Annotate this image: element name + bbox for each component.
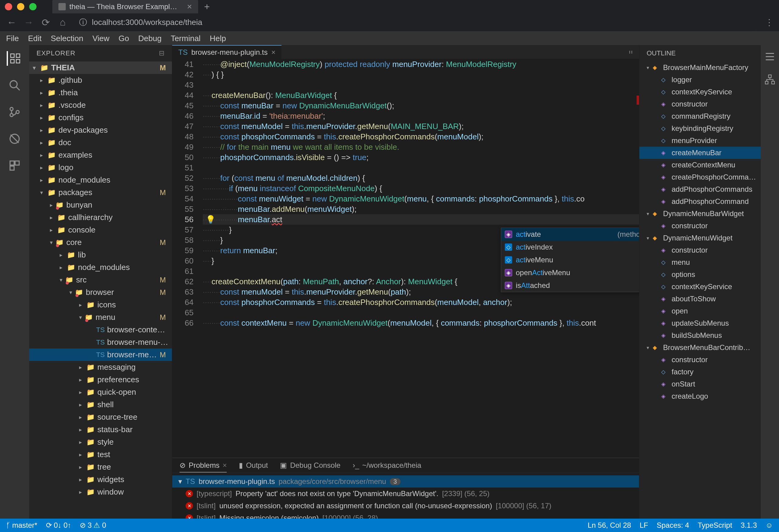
tree-item[interactable]: ▸📁quick-open	[29, 386, 172, 398]
close-tab-button[interactable]: ×	[187, 2, 192, 11]
outline-item[interactable]: ◈buildSubMenus	[639, 329, 761, 342]
outline-item[interactable]: ◈open	[639, 305, 761, 317]
tree-item[interactable]: ▸📁lib	[29, 249, 172, 261]
intellisense-widget[interactable]: ◈activate(method) Widget.activate(): voi…	[501, 228, 639, 292]
suggest-item[interactable]: ◈openActiveMenu	[501, 266, 639, 279]
scm-activity-icon[interactable]	[7, 105, 22, 119]
back-button[interactable]: ←	[6, 17, 17, 28]
tree-item[interactable]: ▸📁examples	[29, 149, 172, 161]
menu-file[interactable]: File	[6, 34, 19, 43]
tree-item[interactable]: ▸📁messaging	[29, 361, 172, 373]
search-activity-icon[interactable]	[7, 78, 22, 93]
forward-button[interactable]: →	[23, 17, 34, 28]
menu-go[interactable]: Go	[119, 34, 129, 43]
tree-item[interactable]: ▸📁.github	[29, 74, 172, 86]
suggest-item[interactable]: ◇activeMenu	[501, 253, 639, 266]
tree-item[interactable]: ▸📁logo	[29, 161, 172, 174]
address-bar[interactable]: ⓘ localhost:3000/workspace/theia	[74, 15, 759, 30]
hierarchy-icon[interactable]	[764, 74, 775, 86]
problem-file-header[interactable]: ▾ TS browser-menu-plugin.ts packages/cor…	[172, 475, 639, 487]
tree-item[interactable]: ▾📁coreM	[29, 236, 172, 249]
panel-tab[interactable]: ▮Output	[239, 461, 268, 470]
suggest-item[interactable]: ◈isAttached	[501, 279, 639, 292]
tree-item[interactable]: ▸📁status-bar	[29, 423, 172, 436]
lightbulb-icon[interactable]: 💡	[206, 214, 216, 225]
site-info-icon[interactable]: ⓘ	[79, 17, 87, 28]
close-editor-button[interactable]: ×	[271, 48, 276, 57]
menu-selection[interactable]: Selection	[51, 34, 83, 43]
outline-item[interactable]: ◈createMenuBar	[639, 147, 761, 159]
tree-item[interactable]: TSbrowser-menu-plugin.tsM	[29, 349, 172, 361]
tree-item[interactable]: ▸📁window	[29, 486, 172, 498]
outline-item[interactable]: ◈addPhosphorCommands	[639, 183, 761, 195]
outline-item[interactable]: ▾◆BrowserMainMenuFactory	[639, 61, 761, 74]
version-status[interactable]: 3.1.3	[741, 521, 757, 530]
tree-item[interactable]: ▾📁packagesM	[29, 186, 172, 199]
browser-menu-button[interactable]: ⋮	[765, 17, 773, 27]
outline-item[interactable]: ◈constructor	[639, 220, 761, 232]
tree-item[interactable]: ▾📁srcM	[29, 274, 172, 286]
language-status[interactable]: TypeScript	[698, 521, 732, 530]
outline-item[interactable]: ◈onStart	[639, 378, 761, 390]
outline-item[interactable]: ◈aboutToShow	[639, 293, 761, 305]
git-sync-status[interactable]: ⟳ 0↓ 0↑	[46, 521, 71, 530]
cursor-position-status[interactable]: Ln 56, Col 28	[588, 521, 631, 530]
tree-item[interactable]: ▸📁dev-packages	[29, 124, 172, 136]
tree-item[interactable]: ▸📁configs	[29, 111, 172, 124]
outline-item[interactable]: ◇logger	[639, 74, 761, 86]
errors-status[interactable]: ⊘ 3 ⚠ 0	[80, 521, 106, 530]
outline-item[interactable]: ◈constructor	[639, 244, 761, 256]
tree-item[interactable]: ▸📁bunyan	[29, 199, 172, 211]
outline-item[interactable]: ◇options	[639, 269, 761, 281]
tree-item[interactable]: ▸📁source-tree	[29, 411, 172, 423]
outline-item[interactable]: ▾◆DynamicMenuBarWidget	[639, 208, 761, 220]
suggest-item[interactable]: ◇activeIndex	[501, 241, 639, 253]
tree-item[interactable]: ▾📁browserM	[29, 286, 172, 299]
outline-item[interactable]: ◈createLogo	[639, 390, 761, 402]
outline-item[interactable]: ◇factory	[639, 366, 761, 378]
menu-debug[interactable]: Debug	[138, 34, 162, 43]
suggest-item[interactable]: ◈activate(method) Widget.activate(): voi…	[501, 228, 639, 241]
outline-toggle-icon[interactable]	[764, 51, 775, 63]
maximize-window-button[interactable]	[29, 3, 37, 10]
menu-edit[interactable]: Edit	[28, 34, 42, 43]
outline-item[interactable]: ◈constructor	[639, 98, 761, 110]
tree-item[interactable]: ▸📁style	[29, 436, 172, 448]
outline-item[interactable]: ◈createPhosphorComma…	[639, 171, 761, 183]
tree-item[interactable]: ▸📁.theia	[29, 86, 172, 99]
panel-tab[interactable]: ▣Debug Console	[280, 461, 340, 470]
close-window-button[interactable]	[5, 3, 12, 10]
feedback-icon[interactable]: ☺	[765, 521, 773, 530]
menu-terminal[interactable]: Terminal	[171, 34, 200, 43]
reload-button[interactable]: ⟳	[40, 17, 51, 28]
outline-item[interactable]: ◈createContextMenu	[639, 159, 761, 171]
panel-tab[interactable]: ›_~/workspace/theia	[353, 461, 421, 470]
tree-item[interactable]: ▸📁console	[29, 224, 172, 236]
outline-item[interactable]: ◈updateSubMenus	[639, 317, 761, 329]
outline-item[interactable]: ▾◆DynamicMenuWidget	[639, 232, 761, 244]
minimize-window-button[interactable]	[17, 3, 24, 10]
tree-item[interactable]: TSbrowser-context-menu-r…	[29, 323, 172, 336]
outline-item[interactable]: ◈addPhosphorCommand	[639, 195, 761, 208]
code-editor[interactable]: 4142434445464748495051525354555657585960…	[172, 59, 639, 458]
outline-item[interactable]: ◇menu	[639, 256, 761, 269]
tree-item[interactable]: ▸📁tree	[29, 461, 172, 473]
outline-item[interactable]: ◇contextKeyService	[639, 281, 761, 293]
problem-item[interactable]: ✕[tslint] Missing semicolon (semicolon) …	[178, 512, 633, 519]
minimap-error-marker[interactable]	[637, 96, 639, 105]
outline-item[interactable]: ◇commandRegistry	[639, 110, 761, 122]
new-tab-button[interactable]: +	[204, 1, 210, 12]
git-branch-status[interactable]: ᚶ master*	[6, 521, 38, 530]
collapse-all-icon[interactable]: ⊟	[159, 49, 165, 57]
tree-item[interactable]: ▸📁shell	[29, 398, 172, 411]
tree-item[interactable]: ▸📁.vscode	[29, 99, 172, 111]
panel-tab[interactable]: ⊘Problems×	[180, 461, 227, 472]
eol-status[interactable]: LF	[640, 521, 648, 530]
outline-item[interactable]: ◈constructor	[639, 354, 761, 366]
tree-item[interactable]: ▸📁icons	[29, 299, 172, 311]
home-button[interactable]: ⌂	[57, 17, 68, 28]
tree-item[interactable]: ▾📁menuM	[29, 311, 172, 323]
problem-item[interactable]: ✕[typescript] Property 'act' does not ex…	[178, 487, 633, 500]
tree-item[interactable]: TSbrowser-menu-module.ts	[29, 336, 172, 349]
browser-tab[interactable]: theia — Theia Browser Exampl… ×	[52, 0, 198, 15]
